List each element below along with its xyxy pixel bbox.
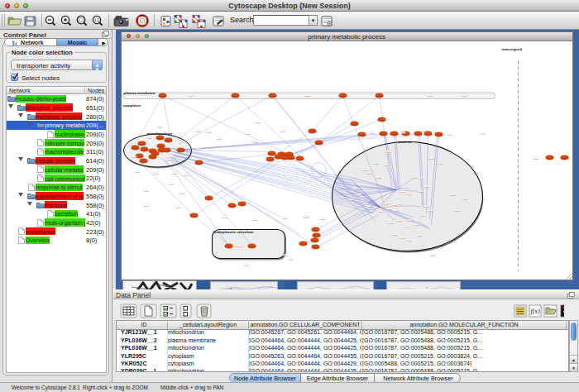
svg-text:Yxx000w: Yxx000w xyxy=(176,149,184,151)
svg-text:Yxx000w: Yxx000w xyxy=(247,245,256,247)
svg-text:Yxx000: Yxx000 xyxy=(369,131,376,133)
svg-text:Yxx000: Yxx000 xyxy=(427,94,433,96)
svg-text:Yxx000: Yxx000 xyxy=(378,210,385,212)
svg-text:Yxx000: Yxx000 xyxy=(146,136,153,138)
svg-text:Yxx000w: Yxx000w xyxy=(148,155,156,158)
svg-text:Yxx000: Yxx000 xyxy=(143,204,150,206)
svg-text:Yxx000w: Yxx000w xyxy=(375,94,383,97)
svg-text:Yxx000w: Yxx000w xyxy=(338,94,347,97)
svg-text:Yxx000w: Yxx000w xyxy=(545,156,553,159)
svg-text:Yxx000: Yxx000 xyxy=(406,193,413,194)
svg-text:Yxx000w: Yxx000w xyxy=(194,161,203,164)
svg-text:Yxx000: Yxx000 xyxy=(303,216,309,218)
svg-text:Yxx000: Yxx000 xyxy=(175,206,181,208)
svg-text:Yxx000: Yxx000 xyxy=(282,217,289,218)
svg-text:Yxx000w: Yxx000w xyxy=(286,156,294,159)
svg-text:Yxx000: Yxx000 xyxy=(437,162,443,164)
svg-text:Yxx000: Yxx000 xyxy=(428,209,434,211)
svg-text:Yxx000: Yxx000 xyxy=(533,157,539,159)
svg-text:Yxx000: Yxx000 xyxy=(388,222,395,223)
svg-text:Yxx000: Yxx000 xyxy=(366,172,372,174)
svg-text:Yxx000w: Yxx000w xyxy=(156,136,164,139)
svg-text:Yxx000: Yxx000 xyxy=(480,132,486,134)
svg-text:Yxx000: Yxx000 xyxy=(168,183,175,184)
svg-text:Yxx000: Yxx000 xyxy=(153,172,160,174)
svg-text:Yxx000: Yxx000 xyxy=(143,189,150,191)
svg-text:Yxx000: Yxx000 xyxy=(195,130,202,131)
svg-text:Yxx000: Yxx000 xyxy=(134,170,141,172)
svg-text:Yxx000: Yxx000 xyxy=(400,237,406,238)
svg-text:Yxx000: Yxx000 xyxy=(406,239,413,241)
svg-text:Yxx000: Yxx000 xyxy=(422,129,428,131)
svg-text:Yxx000: Yxx000 xyxy=(404,186,410,188)
svg-text:Yxx000: Yxx000 xyxy=(385,151,392,152)
svg-text:f(x): f(x) xyxy=(530,308,539,315)
svg-text:mitochondrion: mitochondrion xyxy=(146,131,172,136)
svg-text:Yxx000: Yxx000 xyxy=(423,185,430,187)
svg-text:Yxx000: Yxx000 xyxy=(416,234,423,236)
svg-text:Yxx000: Yxx000 xyxy=(319,218,326,219)
svg-text:Yxx000: Yxx000 xyxy=(396,203,403,204)
svg-text:Yxx000: Yxx000 xyxy=(361,169,368,170)
svg-text:Yxx000: Yxx000 xyxy=(280,130,286,131)
svg-text:Yxx000: Yxx000 xyxy=(462,198,468,199)
svg-text:Yxx000w: Yxx000w xyxy=(423,132,432,135)
svg-text:Yxx000: Yxx000 xyxy=(156,126,163,127)
svg-text:Yxx000w: Yxx000w xyxy=(295,157,304,160)
svg-text:Yxx000: Yxx000 xyxy=(404,226,410,227)
svg-text:Yxx000w: Yxx000w xyxy=(162,149,170,151)
svg-text:Yxx000w: Yxx000w xyxy=(227,204,236,207)
svg-text:Yxx000: Yxx000 xyxy=(400,131,407,133)
svg-text:Yxx000: Yxx000 xyxy=(356,194,363,195)
svg-text:Yxx000: Yxx000 xyxy=(423,205,430,207)
svg-text:Yxx000: Yxx000 xyxy=(237,245,244,246)
svg-text:Yxx000w: Yxx000w xyxy=(311,246,319,248)
svg-text:Yxx000: Yxx000 xyxy=(418,177,424,179)
svg-text:Yxx000w: Yxx000w xyxy=(224,245,232,247)
svg-text:Yxx000: Yxx000 xyxy=(188,94,194,96)
svg-text:Yxx000: Yxx000 xyxy=(454,209,461,211)
svg-text:Yxx000w: Yxx000w xyxy=(560,156,568,159)
svg-text:Yxx000w: Yxx000w xyxy=(434,133,443,136)
svg-text:Yxx000w: Yxx000w xyxy=(164,139,172,141)
svg-text:Yxx000w: Yxx000w xyxy=(267,152,275,155)
svg-text:Yxx000w: Yxx000w xyxy=(377,118,385,121)
svg-text:Yxx000: Yxx000 xyxy=(251,218,258,220)
svg-text:nucleus: nucleus xyxy=(398,139,412,143)
svg-text:Yxx000: Yxx000 xyxy=(400,190,406,192)
svg-text:Yxx000: Yxx000 xyxy=(347,198,354,200)
svg-text:Yxx000: Yxx000 xyxy=(373,207,380,208)
svg-text:Yxx000: Yxx000 xyxy=(447,133,453,135)
svg-text:Yxx000: Yxx000 xyxy=(414,223,420,225)
svg-text:Yxx000: Yxx000 xyxy=(283,254,290,256)
svg-text:1:1: 1:1 xyxy=(94,18,100,22)
svg-text:Yxx000w: Yxx000w xyxy=(237,203,246,205)
svg-text:Yxx000w: Yxx000w xyxy=(156,145,165,147)
svg-text:Yxx000: Yxx000 xyxy=(363,203,370,204)
svg-text:Yxx000: Yxx000 xyxy=(449,194,456,195)
svg-text:unassigned: unassigned xyxy=(501,46,522,50)
svg-text:Yxx000w: Yxx000w xyxy=(140,148,148,151)
svg-text:endoplasmic reticulum: endoplasmic reticulum xyxy=(213,230,253,234)
svg-text:cytoplasm: cytoplasm xyxy=(122,103,141,108)
svg-text:Yxx000w: Yxx000w xyxy=(310,239,318,241)
svg-text:Yxx000w: Yxx000w xyxy=(189,214,198,217)
svg-text:Yxx000w: Yxx000w xyxy=(139,160,147,162)
svg-text:Yxx000: Yxx000 xyxy=(429,254,436,256)
svg-text:Yxx000: Yxx000 xyxy=(222,216,228,218)
svg-text:Yxx000: Yxx000 xyxy=(255,121,261,122)
svg-text:Yxx000w: Yxx000w xyxy=(266,158,274,160)
svg-text:Yxx000: Yxx000 xyxy=(406,219,413,221)
svg-text:Yxx000w: Yxx000w xyxy=(390,132,398,135)
svg-text:Yxx000w: Yxx000w xyxy=(137,142,146,145)
svg-text:Yxx000: Yxx000 xyxy=(392,209,399,211)
svg-text:Yxx000: Yxx000 xyxy=(252,141,259,142)
svg-text:Yxx000w: Yxx000w xyxy=(299,242,307,245)
svg-text:Yxx000: Yxx000 xyxy=(420,214,427,216)
svg-text:Yxx000: Yxx000 xyxy=(352,188,358,189)
svg-text:Yxx000w: Yxx000w xyxy=(131,146,139,149)
svg-text:Yxx000: Yxx000 xyxy=(288,258,294,260)
svg-text:Yxx000: Yxx000 xyxy=(462,94,468,96)
svg-text:Yxx000: Yxx000 xyxy=(418,190,424,192)
svg-text:Yxx000w: Yxx000w xyxy=(308,130,316,132)
